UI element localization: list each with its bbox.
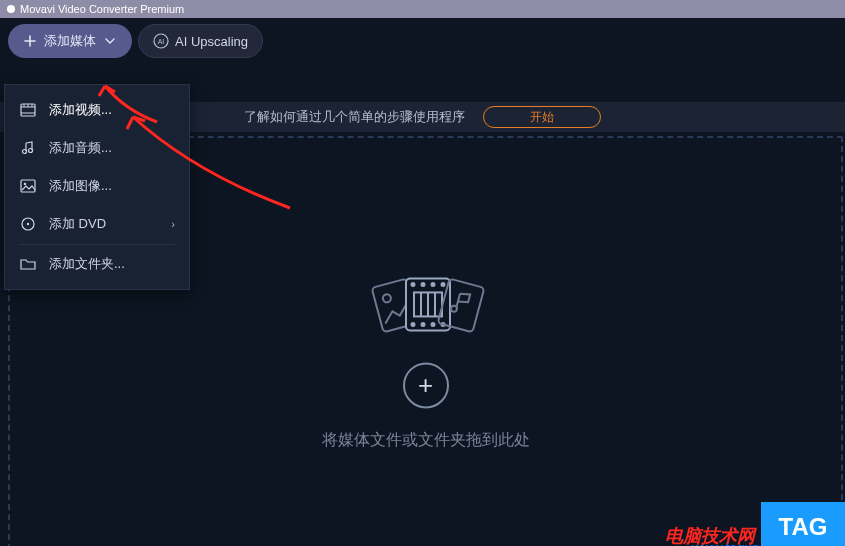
app-window: 添加媒体 AI AI Upscaling 了解如何通过几个简单的步骤使用程序 开… [0,18,845,546]
watermark-tag: TAG [761,502,845,546]
menu-label: 添加 DVD [49,215,106,233]
toolbar: 添加媒体 AI AI Upscaling [0,18,845,64]
svg-point-15 [421,323,424,326]
menu-label: 添加音频... [49,139,112,157]
menu-add-image[interactable]: 添加图像... [5,167,189,205]
drop-zone-content: + 将媒体文件或文件夹拖到此处 [322,264,530,451]
ai-icon: AI [153,33,169,49]
svg-point-29 [24,183,26,185]
menu-label: 添加视频... [49,101,112,119]
add-media-menu: 添加视频... 添加音频... 添加图像... 添加 DVD › 添加文件夹 [4,84,190,290]
plus-icon [22,33,38,49]
svg-point-31 [27,223,29,225]
svg-point-27 [29,149,33,153]
drop-hint-text: 将媒体文件或文件夹拖到此处 [322,430,530,451]
svg-point-26 [23,150,27,154]
menu-label: 添加文件夹... [49,255,125,273]
folder-icon [19,255,37,273]
image-icon [19,177,37,195]
media-illustration-icon [351,264,501,344]
plus-icon: + [418,370,433,401]
svg-point-12 [431,283,434,286]
menu-add-video[interactable]: 添加视频... [5,91,189,129]
app-icon [6,4,16,14]
window-title: Movavi Video Converter Premium [20,3,184,15]
info-text: 了解如何通过几个简单的步骤使用程序 [244,108,465,126]
add-media-button[interactable]: 添加媒体 [8,24,132,58]
svg-point-10 [411,283,414,286]
svg-text:AI: AI [158,38,165,45]
ai-upscaling-button[interactable]: AI AI Upscaling [138,24,263,58]
titlebar: Movavi Video Converter Premium [0,0,845,18]
menu-add-audio[interactable]: 添加音频... [5,129,189,167]
svg-point-19 [450,305,457,312]
svg-point-13 [441,283,444,286]
add-media-label: 添加媒体 [44,32,96,50]
dvd-icon [19,215,37,233]
svg-point-11 [421,283,424,286]
start-button[interactable]: 开始 [483,106,601,128]
add-file-button[interactable]: + [403,362,449,408]
svg-rect-28 [21,180,35,192]
svg-point-0 [7,5,15,13]
audio-icon [19,139,37,157]
chevron-right-icon: › [171,218,175,230]
chevron-down-icon [102,33,118,49]
menu-add-dvd[interactable]: 添加 DVD › [5,205,189,245]
video-icon [19,101,37,119]
ai-upscaling-label: AI Upscaling [175,34,248,49]
svg-point-14 [411,323,414,326]
start-label: 开始 [530,109,554,126]
svg-point-4 [381,293,391,303]
svg-point-16 [431,323,434,326]
menu-label: 添加图像... [49,177,112,195]
menu-add-folder[interactable]: 添加文件夹... [5,245,189,283]
